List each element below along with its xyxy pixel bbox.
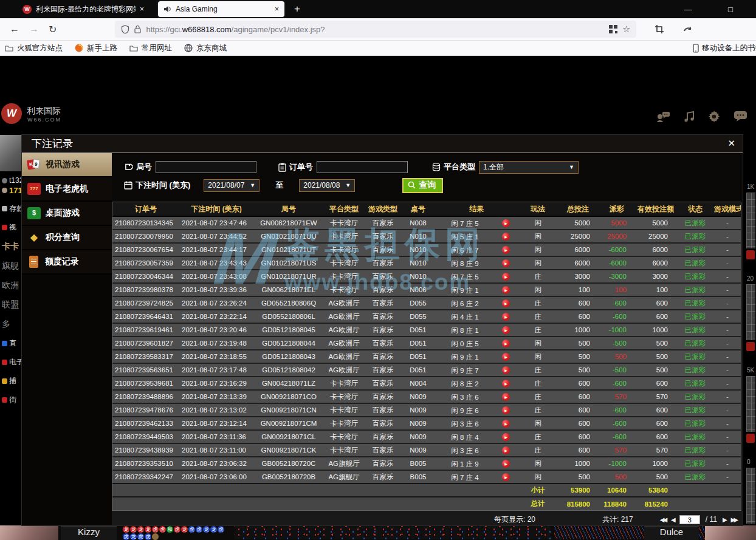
left-edge-item[interactable]: 卡卡 [0, 241, 22, 252]
play-video-icon[interactable]: ▶ [502, 446, 510, 454]
play-video-icon[interactable]: ▶ [502, 420, 510, 428]
qr-code-icon[interactable] [609, 25, 617, 33]
page-input[interactable]: 3 [679, 515, 700, 524]
play-video-icon[interactable]: ▶ [502, 326, 510, 334]
cell-mode: - [714, 363, 741, 377]
play-video-icon[interactable]: ▶ [502, 353, 510, 361]
play-video-icon[interactable]: ▶ [502, 366, 510, 374]
reload-button[interactable]: ↻ [49, 24, 57, 35]
chevron-down-icon: ▼ [345, 182, 351, 188]
left-edge-item[interactable]: 存款 [0, 203, 22, 214]
dealer-name: Kizzy [61, 526, 117, 540]
cell-bet: 500 [557, 337, 599, 350]
dealer-thumbnail[interactable] [0, 525, 58, 540]
bookmark-star-icon[interactable]: ☆ [622, 24, 630, 35]
bet-button[interactable] [746, 250, 755, 259]
left-edge-item[interactable]: 电子 [0, 357, 22, 367]
tab-close-icon[interactable]: × [140, 5, 144, 13]
cell-time: 2021-08-07 23:20:46 [179, 323, 253, 337]
new-tab-button[interactable]: + [294, 3, 300, 15]
tab-close-icon[interactable]: × [275, 5, 279, 13]
cell-payout: 500 [599, 470, 635, 484]
bookmark-item[interactable]: 京东商城 [184, 43, 227, 53]
table-row: 2108072396464312021-08-07 23:22:14GD0552… [112, 310, 741, 323]
date-from-select[interactable]: 2021/08/07▼ [204, 179, 259, 192]
table-row: 2108072395833172021-08-07 23:18:55GD0512… [112, 350, 741, 363]
menu-item-slot[interactable]: 777电子老虎机 [22, 177, 112, 202]
bet-button[interactable] [746, 434, 755, 443]
bet-button[interactable] [746, 342, 755, 351]
round-input[interactable] [156, 161, 256, 173]
left-edge-item[interactable]: 视 [0, 222, 22, 233]
prev-page-icon[interactable]: ◀ [671, 516, 674, 523]
play-video-icon[interactable]: ▶ [502, 246, 510, 254]
left-edge-item[interactable]: 旗舰 [0, 261, 22, 272]
modal-close-icon[interactable]: ✕ [727, 138, 735, 149]
play-video-icon[interactable]: ▶ [502, 406, 510, 414]
url-bar[interactable]: https://gci.w668818.com/agingame/pcv1/in… [115, 21, 636, 38]
cell-play: 闲 [518, 417, 557, 430]
records-table: 订单号下注时间 (美东)局号平台类型游戏类型桌号结果玩法总投注派彩有效投注额状态… [112, 202, 741, 510]
cell-bet: 6000 [557, 243, 599, 256]
cell-tbl: D051 [402, 363, 435, 377]
left-edge-item[interactable]: 捕 [0, 376, 22, 386]
window-minimize-button[interactable]: — [676, 0, 700, 18]
cell-time: 2021-08-07 23:47:46 [179, 216, 253, 230]
bookmark-item[interactable]: 常用网址 [129, 43, 172, 53]
play-video-icon[interactable]: ▶ [502, 273, 510, 281]
tab-asia-gaming[interactable]: Asia Gaming × [158, 1, 284, 17]
play-video-icon[interactable]: ▶ [502, 259, 510, 267]
bookmark-item[interactable]: 火狐官方站点 [5, 43, 63, 53]
menu-item-cards[interactable]: K9视讯游戏 [22, 153, 112, 177]
play-video-icon[interactable]: ▶ [502, 433, 510, 441]
order-input[interactable] [317, 161, 408, 173]
dealer-thumbnail[interactable] [705, 525, 756, 540]
search-button[interactable]: 查询 [402, 178, 443, 193]
left-edge-item[interactable]: 多 [0, 319, 22, 330]
platform-select[interactable]: 1.全部 ▼ [479, 161, 579, 174]
forward-button[interactable]: → [29, 24, 39, 35]
back-button[interactable]: ← [10, 24, 19, 35]
left-edge-item[interactable]: 联盟 [0, 299, 22, 310]
site-logo[interactable]: W [1, 103, 22, 124]
play-video-icon[interactable]: ▶ [502, 286, 510, 294]
cell-status: 已派彩 [676, 270, 714, 283]
play-video-icon[interactable]: ▶ [502, 299, 510, 307]
left-edge-item[interactable]: 街 [0, 395, 22, 405]
tab-w66[interactable]: W 利来国际-最给力的老牌博彩网站 × [17, 1, 149, 17]
window-maximize-button[interactable]: □ [718, 0, 743, 18]
cell-game: 百家乐 [364, 256, 402, 270]
cell-round: GD05121808045 [253, 323, 324, 337]
menu-item-doc[interactable]: 额度记录 [22, 250, 112, 275]
play-video-icon[interactable]: ▶ [502, 460, 510, 468]
date-to-select[interactable]: 2021/08/08▼ [299, 179, 355, 192]
left-edge-item[interactable]: 直 [0, 338, 22, 349]
undo-arrow-icon[interactable] [682, 25, 693, 34]
cell-play: 闲 [518, 457, 557, 470]
menu-item-diamond[interactable]: ◆积分查询 [22, 226, 112, 250]
music-icon[interactable] [684, 111, 695, 123]
play-video-icon[interactable]: ▶ [502, 380, 510, 388]
play-video-icon[interactable]: ▶ [502, 313, 510, 321]
bookmark-mobile[interactable]: 移动设备上的书签 [693, 41, 756, 56]
chat-icon[interactable] [734, 111, 747, 122]
user-avatar[interactable] [0, 135, 22, 171]
bookmark-item[interactable]: 新手上路 [75, 43, 117, 53]
customer-service-icon[interactable] [656, 111, 670, 123]
next-page-icon[interactable]: ▶ [723, 516, 726, 523]
play-video-icon[interactable]: ▶ [502, 473, 510, 481]
cell-play: 庄 [518, 363, 557, 377]
menu-item-chip[interactable]: $桌面游戏 [22, 202, 112, 226]
cell-play: 闲 [518, 283, 557, 296]
first-page-icon[interactable]: ◀◀ [660, 516, 665, 523]
url-text[interactable]: https://gci.w668818.com/agingame/pcv1/in… [146, 25, 604, 34]
play-video-icon[interactable]: ▶ [502, 219, 510, 227]
gear-icon[interactable] [708, 111, 720, 123]
play-video-icon[interactable]: ▶ [502, 233, 510, 241]
table-row: 2108072399803782021-08-07 23:39:36GN0062… [112, 283, 741, 296]
left-edge-item[interactable]: 欧洲 [0, 280, 22, 291]
screenshot-crop-icon[interactable] [655, 24, 664, 34]
last-page-icon[interactable]: ▶▶ [731, 516, 737, 523]
play-video-icon[interactable]: ▶ [502, 340, 510, 347]
play-video-icon[interactable]: ▶ [502, 393, 510, 401]
